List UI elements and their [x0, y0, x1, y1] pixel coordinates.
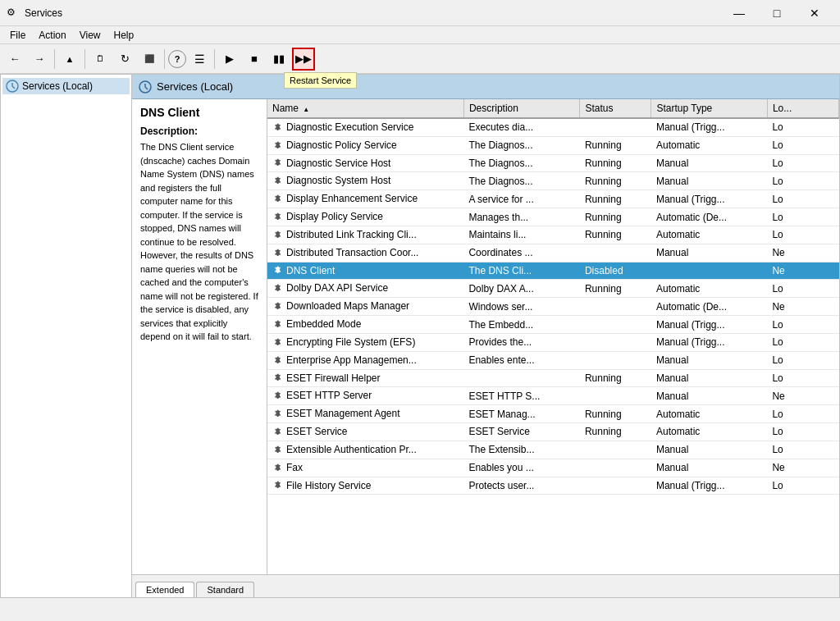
table-row[interactable]: Dolby DAX API ServiceDolby DAX A...Runni…: [267, 280, 839, 298]
stop-service-button[interactable]: ■: [243, 48, 266, 71]
table-row[interactable]: Diagnostic Service HostThe Diagnos...Run…: [267, 154, 839, 172]
tab-standard[interactable]: Standard: [196, 582, 254, 597]
table-row[interactable]: Display Enhancement ServiceA service for…: [267, 190, 839, 208]
cell-desc: [463, 369, 579, 387]
table-row[interactable]: Diagnostic Policy ServiceThe Diagnos...R…: [267, 136, 839, 154]
start-service-button[interactable]: ▶: [218, 48, 241, 71]
cell-status: Running: [580, 208, 651, 226]
cell-name-text: Display Enhancement Service: [286, 193, 418, 204]
table-row[interactable]: ESET Management AgentESET Manag...Runnin…: [267, 405, 839, 423]
table-row[interactable]: DNS ClientThe DNS Cli...DisabledNe: [267, 262, 839, 280]
service-gear-icon: [272, 265, 286, 276]
table-row[interactable]: ESET ServiceESET ServiceRunningAutomatic…: [267, 423, 839, 441]
cell-name-text: Distributed Transaction Coor...: [286, 247, 418, 258]
cell-name-text: Fax: [286, 462, 303, 473]
cell-name: Diagnostic System Host: [267, 172, 463, 190]
cell-name: File History Service: [267, 477, 463, 495]
cell-log: Lo: [767, 477, 838, 495]
column-startup[interactable]: Startup Type: [651, 99, 767, 118]
toolbar-separator-3: [164, 49, 165, 69]
cell-name: Distributed Link Tracking Cli...: [267, 226, 463, 244]
cell-desc: The Diagnos...: [463, 154, 579, 172]
column-status[interactable]: Status: [580, 99, 651, 118]
table-row[interactable]: Diagnostic Execution ServiceExecutes dia…: [267, 118, 839, 136]
column-description[interactable]: Description: [463, 99, 579, 118]
maximize-button[interactable]: □: [758, 0, 796, 26]
cell-startup: Manual (Trigg...: [651, 316, 767, 334]
toolbar: ← → ▲ 🗒 ↻ ⬛ ? ☰ ▶ ■ ▮▮ ▶▶ Restart Servic…: [0, 44, 840, 74]
menu-action[interactable]: Action: [32, 28, 72, 43]
cell-log: Ne: [767, 244, 838, 262]
table-row[interactable]: Diagnostic System HostThe Diagnos...Runn…: [267, 172, 839, 190]
minimize-button[interactable]: —: [720, 0, 758, 26]
cell-name-text: DNS Client: [286, 265, 335, 276]
table-row[interactable]: Enterprise App Managemen...Enables ente.…: [267, 351, 839, 369]
cell-status: [580, 441, 651, 459]
content-header: Services (Local): [132, 75, 839, 99]
properties-button[interactable]: ☰: [188, 48, 211, 71]
cell-status: [580, 459, 651, 477]
forward-button[interactable]: →: [28, 48, 51, 71]
cell-name-text: Distributed Link Tracking Cli...: [286, 229, 417, 240]
table-row[interactable]: ESET HTTP ServerESET HTTP S...ManualNe: [267, 387, 839, 405]
table-row[interactable]: Downloaded Maps ManagerWindows ser...Aut…: [267, 298, 839, 316]
cell-status: [580, 118, 651, 136]
description-panel: DNS Client Description: The DNS Client s…: [132, 99, 267, 574]
table-row[interactable]: Encrypting File System (EFS)Provides the…: [267, 333, 839, 351]
cell-log: Lo: [767, 136, 838, 154]
service-gear-icon: [272, 193, 286, 204]
table-row[interactable]: Extensible Authentication Pr...The Exten…: [267, 441, 839, 459]
desc-service-name: DNS Client: [140, 106, 258, 119]
refresh-button[interactable]: ↻: [113, 48, 136, 71]
cell-name-text: ESET Firewall Helper: [286, 372, 380, 384]
bottom-bar: Extended Standard: [132, 574, 839, 597]
restart-service-button[interactable]: ▶▶: [292, 48, 315, 71]
cell-startup: Automatic: [651, 226, 767, 244]
table-row[interactable]: ESET Firewall HelperRunningManualLo: [267, 369, 839, 387]
sidebar-item-services-local[interactable]: Services (Local): [2, 78, 130, 94]
cell-name-text: Encrypting File System (EFS): [286, 336, 415, 348]
menu-view[interactable]: View: [73, 28, 107, 43]
column-log[interactable]: Lo...: [767, 99, 838, 118]
cell-name-text: Diagnostic System Host: [286, 175, 390, 186]
cell-startup: Manual: [651, 369, 767, 387]
cell-startup: Manual: [651, 441, 767, 459]
showhide-button[interactable]: 🗒: [89, 48, 112, 71]
content-header-icon: [139, 80, 152, 94]
tab-extended[interactable]: Extended: [135, 582, 194, 597]
cell-desc: The Extensib...: [463, 441, 579, 459]
cell-status: [580, 477, 651, 495]
service-gear-icon: [272, 390, 286, 401]
table-row[interactable]: Display Policy ServiceManages th...Runni…: [267, 208, 839, 226]
table-row[interactable]: Distributed Link Tracking Cli...Maintain…: [267, 226, 839, 244]
back-button[interactable]: ←: [3, 48, 26, 71]
service-gear-icon: [272, 139, 286, 151]
cell-log: Lo: [767, 190, 838, 208]
cell-status: Running: [580, 226, 651, 244]
title-bar: ⚙ Services — □ ✕: [0, 0, 840, 26]
close-button[interactable]: ✕: [796, 0, 833, 26]
cell-startup: Manual: [651, 172, 767, 190]
table-row[interactable]: File History ServiceProtects user...Manu…: [267, 477, 839, 495]
column-name[interactable]: Name ▲: [267, 99, 463, 118]
table-row[interactable]: FaxEnables you ...ManualNe: [267, 459, 839, 477]
menu-help[interactable]: Help: [107, 28, 141, 43]
up-button[interactable]: ▲: [58, 48, 81, 71]
cell-name: ESET HTTP Server: [267, 387, 463, 405]
cell-startup: Manual (Trigg...: [651, 190, 767, 208]
cell-log: Lo: [767, 316, 838, 334]
pause-service-button[interactable]: ▮▮: [267, 48, 290, 71]
menu-file[interactable]: File: [3, 28, 32, 43]
cell-name: Extensible Authentication Pr...: [267, 441, 463, 459]
table-row[interactable]: Distributed Transaction Coor...Coordinat…: [267, 244, 839, 262]
cell-startup: Manual (Trigg...: [651, 118, 767, 136]
cell-name-text: Extensible Authentication Pr...: [286, 444, 417, 455]
export-button[interactable]: ⬛: [138, 48, 161, 71]
table-row[interactable]: Embedded ModeThe Embedd...Manual (Trigg.…: [267, 316, 839, 334]
services-table-area[interactable]: Name ▲ Description Status Startup Type L…: [267, 99, 839, 574]
cell-name-text: Diagnostic Policy Service: [286, 139, 397, 151]
sort-arrow-name: ▲: [303, 106, 309, 113]
cell-name: ESET Firewall Helper: [267, 369, 463, 387]
help-button[interactable]: ?: [168, 50, 186, 68]
window-controls: — □ ✕: [720, 0, 833, 26]
